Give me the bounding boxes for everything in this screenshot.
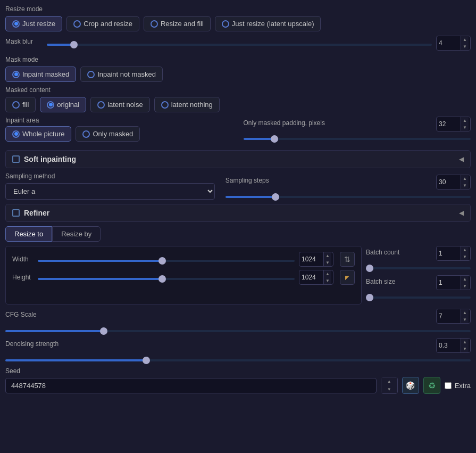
resize-grid: Width ▲ ▼ ⇅ Height: [5, 246, 471, 304]
radio-latent-upscale: [222, 20, 229, 28]
denoising-header: Denoising strength ▲ ▼: [5, 338, 471, 353]
mask-blur-input[interactable]: [437, 39, 461, 47]
swap-icon-col: ⇅: [340, 252, 355, 267]
sampling-steps-down[interactable]: ▼: [461, 182, 469, 189]
padding-label: Only masked padding, pixels: [244, 119, 325, 127]
batch-count-down[interactable]: ▼: [461, 253, 469, 260]
height-up[interactable]: ▲: [324, 270, 331, 277]
height-input[interactable]: [299, 274, 323, 281]
mask-mode-section: Mask mode Inpaint masked Inpaint not mas…: [5, 56, 471, 82]
batch-count-slider[interactable]: [366, 267, 471, 269]
only-masked-padding-section: Only masked padding, pixels ▲ ▼: [244, 117, 471, 142]
batch-size-input[interactable]: [437, 279, 461, 286]
width-up[interactable]: ▲: [324, 252, 331, 259]
batch-size-slider[interactable]: [366, 296, 471, 299]
padding-up[interactable]: ▲: [461, 117, 469, 124]
seed-row: ▲ ▼ 🎲 ♻ Extra: [5, 377, 471, 394]
refiner-left: Refiner: [12, 209, 49, 217]
height-slider[interactable]: [38, 278, 295, 280]
sampling-steps-section: Sampling steps ▲ ▼: [226, 175, 471, 200]
denoising-input[interactable]: [437, 342, 461, 349]
width-label: Width: [12, 256, 34, 263]
cfg-scale-section: CFG Scale ▲ ▼: [5, 309, 471, 334]
radio-fill: [12, 101, 20, 109]
batch-size-down[interactable]: ▼: [461, 283, 469, 290]
inpaint-masked-btn[interactable]: Inpaint masked: [5, 67, 76, 82]
mask-blur-down[interactable]: ▼: [461, 43, 469, 50]
seed-up[interactable]: ▲: [381, 377, 397, 385]
height-label: Height: [12, 274, 34, 281]
seed-arrows: ▲ ▼: [381, 377, 397, 393]
masked-content-fill[interactable]: fill: [5, 97, 36, 112]
cfg-scale-label: CFG Scale: [5, 311, 37, 318]
seed-down[interactable]: ▼: [381, 385, 397, 393]
resize-mode-resize-fill[interactable]: Resize and fill: [144, 16, 211, 31]
batch-size-up[interactable]: ▲: [461, 276, 469, 283]
resize-aspect-btn[interactable]: ◤: [340, 270, 355, 285]
inpaint-area-section: Inpaint area Whole picture Only masked: [5, 117, 233, 146]
height-down[interactable]: ▼: [324, 277, 331, 284]
height-row: Height ▲ ▼ ◤: [12, 270, 355, 285]
resize-mode-latent-upscale[interactable]: Just resize (latent upscale): [215, 16, 321, 31]
extra-label: Extra: [455, 382, 471, 390]
denoising-section: Denoising strength ▲ ▼: [5, 338, 471, 363]
refiner-collapse-icon[interactable]: ◀: [459, 209, 464, 217]
batch-count-input[interactable]: [437, 250, 461, 257]
soft-inpainting-checkbox[interactable]: [12, 155, 20, 163]
width-slider[interactable]: [38, 260, 295, 262]
cfg-scale-header: CFG Scale ▲ ▼: [5, 309, 471, 324]
padding-down[interactable]: ▼: [461, 124, 469, 131]
sampling-method-select[interactable]: Euler a Euler LMS Heun DPM2: [5, 183, 215, 200]
seed-input[interactable]: [5, 378, 377, 393]
padding-slider[interactable]: [244, 138, 471, 140]
cfg-scale-input[interactable]: [437, 312, 461, 320]
width-input[interactable]: [299, 256, 323, 263]
resize-mode-crop-resize[interactable]: Crop and resize: [66, 16, 139, 31]
masked-content-latent-noise[interactable]: latent noise: [90, 97, 150, 112]
padding-number: ▲ ▼: [436, 117, 471, 131]
resize-mode-just-resize[interactable]: Just resize: [5, 16, 62, 31]
resize-by-tab[interactable]: Resize by: [52, 226, 101, 242]
swap-dimensions-btn[interactable]: ⇅: [340, 252, 355, 267]
inpaint-padding-row: Inpaint area Whole picture Only masked O…: [5, 117, 471, 146]
batch-count-item: Batch count ▲ ▼: [366, 246, 471, 271]
masked-content-label: Masked content: [5, 86, 471, 94]
mask-blur-up[interactable]: ▲: [461, 36, 469, 43]
refiner-row: Refiner ◀: [5, 204, 471, 222]
denoising-label: Denoising strength: [5, 340, 59, 348]
soft-inpainting-collapse-icon[interactable]: ◀: [459, 155, 464, 163]
batch-size-arrows: ▲ ▼: [461, 276, 469, 290]
masked-content-options: fill original latent noise latent nothin…: [5, 97, 471, 112]
sampling-steps-up[interactable]: ▲: [461, 175, 469, 182]
mask-blur-slider[interactable]: [47, 44, 432, 46]
sampling-steps-number: ▲ ▼: [436, 175, 471, 190]
denoising-slider[interactable]: [5, 359, 471, 361]
sampling-steps-slider[interactable]: [226, 196, 471, 198]
radio-original: [47, 101, 54, 109]
masked-content-original[interactable]: original: [40, 97, 86, 112]
cfg-scale-slider[interactable]: [5, 330, 471, 332]
extra-checkbox[interactable]: [445, 382, 452, 389]
inpaint-area-label: Inpaint area: [5, 117, 233, 124]
seed-section: Seed ▲ ▼ 🎲 ♻ Extra: [5, 367, 471, 394]
recycle-btn[interactable]: ♻: [423, 377, 440, 394]
resize-to-tab[interactable]: Resize to: [5, 226, 52, 242]
sampling-steps-label: Sampling steps: [226, 177, 269, 184]
radio-inpaint-not-masked: [87, 71, 95, 78]
only-masked-btn[interactable]: Only masked: [76, 126, 140, 142]
sampling-steps-input[interactable]: [437, 178, 461, 186]
padding-input[interactable]: [437, 120, 461, 128]
width-down[interactable]: ▼: [324, 259, 331, 266]
radio-crop-resize: [73, 20, 81, 28]
refiner-checkbox[interactable]: [12, 209, 20, 217]
whole-picture-btn[interactable]: Whole picture: [5, 126, 71, 142]
masked-content-latent-nothing[interactable]: latent nothing: [154, 97, 220, 112]
resize-tabs: Resize to Resize by: [5, 226, 471, 242]
dice-btn[interactable]: 🎲: [402, 377, 419, 394]
batch-count-up[interactable]: ▲: [461, 246, 469, 253]
denoising-up[interactable]: ▲: [461, 339, 469, 345]
cfg-scale-down[interactable]: ▼: [461, 316, 469, 323]
inpaint-not-masked-btn[interactable]: Inpaint not masked: [80, 67, 163, 82]
cfg-scale-up[interactable]: ▲: [461, 309, 469, 316]
denoising-down[interactable]: ▼: [461, 345, 469, 352]
